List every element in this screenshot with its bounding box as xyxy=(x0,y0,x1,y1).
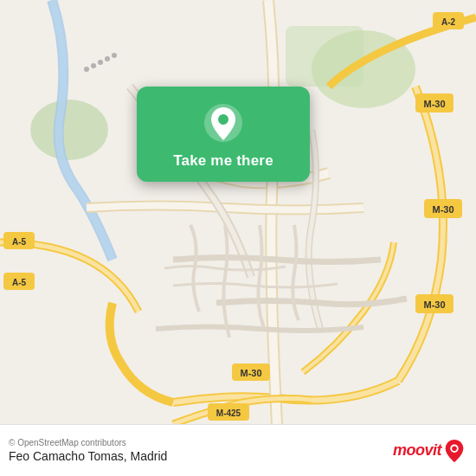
navigation-card[interactable]: Take me there xyxy=(137,87,310,182)
svg-point-28 xyxy=(452,446,457,451)
map-container: M-30 M-30 M-30 A-5 A-5 A-2 M-30 M-425 xyxy=(0,0,476,424)
moovit-pin-icon xyxy=(443,438,466,464)
svg-point-21 xyxy=(91,63,96,68)
svg-point-22 xyxy=(98,60,103,65)
svg-point-20 xyxy=(84,67,89,72)
svg-point-23 xyxy=(105,56,110,61)
svg-text:A-5: A-5 xyxy=(12,278,27,287)
bottom-info: © OpenStreetMap contributors Feo Camacho… xyxy=(9,438,167,463)
svg-text:M-30: M-30 xyxy=(423,99,445,109)
osm-attribution: © OpenStreetMap contributors xyxy=(9,438,167,447)
svg-point-24 xyxy=(112,53,117,58)
svg-text:M-425: M-425 xyxy=(216,408,241,418)
bottom-bar: © OpenStreetMap contributors Feo Camacho… xyxy=(0,424,476,476)
moovit-text: moovit xyxy=(393,441,441,460)
svg-text:M-30: M-30 xyxy=(432,204,453,215)
road-layer: M-30 M-30 M-30 A-5 A-5 A-2 M-30 M-425 xyxy=(0,0,476,424)
location-pin-icon xyxy=(203,102,244,144)
moovit-logo: moovit xyxy=(393,438,466,464)
take-me-there-button[interactable]: Take me there xyxy=(173,152,273,170)
svg-text:M-30: M-30 xyxy=(423,299,445,310)
svg-text:A-5: A-5 xyxy=(12,237,27,247)
location-label: Feo Camacho Tomas, Madrid xyxy=(9,449,167,463)
svg-text:A-2: A-2 xyxy=(441,17,456,27)
svg-text:M-30: M-30 xyxy=(240,368,261,378)
svg-point-26 xyxy=(218,114,228,125)
svg-point-2 xyxy=(30,100,108,160)
svg-rect-3 xyxy=(286,26,363,87)
